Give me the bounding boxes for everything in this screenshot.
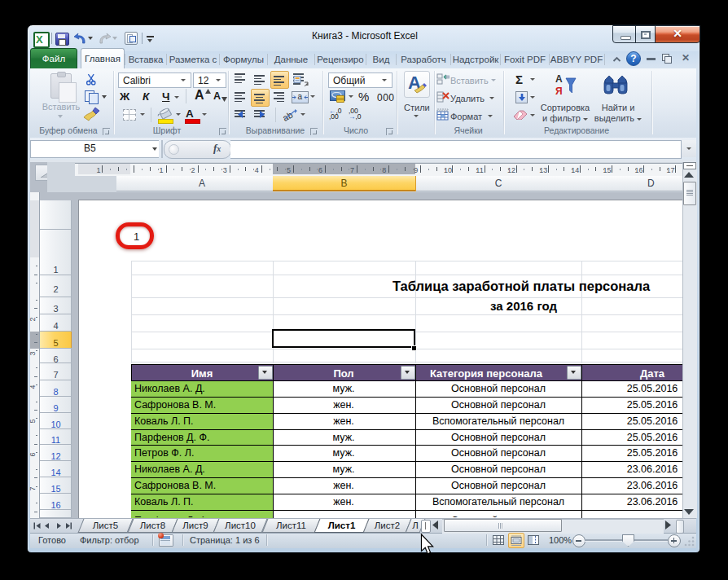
svg-text:ab: ab xyxy=(282,110,294,121)
